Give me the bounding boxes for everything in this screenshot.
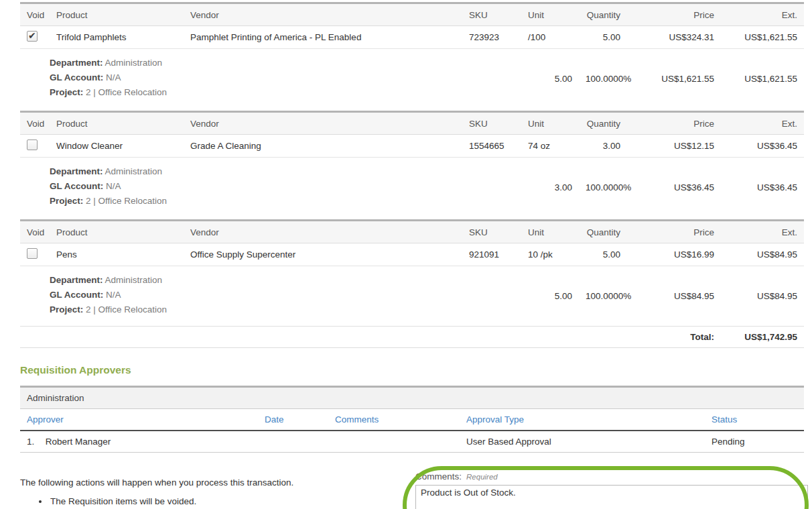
void-requisition-page: Void Product Vendor SKU Unit Quantity Pr…	[0, 0, 812, 509]
total-label: Total:	[627, 327, 721, 348]
project-value: 2 | Office Relocation	[86, 87, 167, 97]
department-value: Administration	[105, 166, 163, 176]
unit-value: /100	[521, 26, 579, 49]
alloc-amount: US$84.95	[627, 266, 721, 327]
approval-type: User Based Approval	[460, 431, 705, 453]
col-header-unit: Unit	[521, 112, 579, 135]
actions-note: The following actions will happen when y…	[20, 477, 293, 506]
project-label: Project:	[50, 304, 83, 315]
col-header-unit: Unit	[521, 3, 579, 26]
void-checkbox[interactable]	[27, 139, 38, 150]
ext-value: US$36.45	[721, 135, 804, 158]
item-detail-row: Department: Administration GL Account: N…	[20, 158, 804, 218]
total-row: Total: US$1,742.95	[20, 327, 804, 348]
department-label: Department:	[50, 166, 103, 176]
col-header-product: Product	[50, 221, 184, 243]
col-header-price: Price	[627, 3, 721, 26]
approver-row: 1. Robert Manager User Based Approval Pe…	[20, 431, 804, 453]
col-header-date[interactable]: Date	[258, 409, 328, 431]
col-header-vendor: Vendor	[184, 3, 462, 26]
department-value: Administration	[105, 275, 163, 285]
ext-value: US$1,621.55	[721, 26, 804, 49]
department-label: Department:	[50, 58, 103, 68]
col-header-ext: Ext.	[721, 112, 804, 135]
col-header-void: Void	[20, 221, 50, 243]
vendor-name: Grade A Cleaning	[184, 135, 462, 158]
col-header-void: Void	[20, 112, 50, 135]
col-header-sku: SKU	[462, 221, 521, 243]
comments-label: Comments:	[415, 471, 462, 482]
actions-note-bullet: The Requisition items will be voided.	[49, 496, 293, 506]
alloc-ext: US$84.95	[721, 266, 804, 327]
void-checkbox[interactable]	[27, 248, 38, 259]
alloc-amount: US$36.45	[627, 158, 721, 218]
approver-index: 1.	[27, 437, 43, 447]
col-header-quantity: Quantity	[579, 221, 627, 243]
project-label: Project:	[50, 87, 83, 97]
price-value: US$324.31	[627, 26, 721, 49]
department-label: Department:	[50, 275, 103, 285]
col-header-approval-type[interactable]: Approval Type	[460, 409, 705, 431]
line-item-table-1: Void Product Vendor SKU Unit Quantity Pr…	[20, 2, 804, 109]
line-item-table-2: Void Product Vendor SKU Unit Quantity Pr…	[20, 111, 804, 217]
requisition-approvers-heading: Requisition Approvers	[20, 364, 804, 376]
required-hint: Required	[466, 473, 498, 481]
actions-note-intro: The following actions will happen when y…	[20, 477, 293, 488]
item-detail-row: Department: Administration GL Account: N…	[20, 49, 804, 109]
quantity-value: 3.00	[579, 135, 627, 158]
project-value: 2 | Office Relocation	[86, 196, 167, 206]
col-header-ext: Ext.	[721, 221, 804, 243]
col-header-sku: SKU	[462, 112, 521, 135]
sku-value: 1554665	[462, 135, 521, 158]
col-header-vendor: Vendor	[184, 112, 462, 135]
project-label: Project:	[50, 196, 83, 206]
col-header-product: Product	[50, 112, 184, 135]
item-header-row: Void Product Vendor SKU Unit Quantity Pr…	[20, 112, 804, 135]
col-header-comments[interactable]: Comments	[328, 409, 460, 431]
sku-value: 723923	[462, 26, 521, 49]
project-value: 2 | Office Relocation	[86, 304, 167, 315]
vendor-name: Pamphlet Printing of America - PL Enable…	[184, 26, 462, 49]
line-item-table-3: Void Product Vendor SKU Unit Quantity Pr…	[20, 219, 804, 348]
unit-value: 74 oz	[521, 135, 579, 158]
sku-value: 921091	[462, 243, 521, 266]
price-value: US$16.99	[627, 243, 721, 266]
approver-group-label: Administration	[20, 387, 804, 409]
col-header-ext: Ext.	[721, 3, 804, 26]
col-header-price: Price	[627, 221, 721, 243]
alloc-ext: US$1,621.55	[721, 49, 804, 109]
void-checkbox[interactable]	[27, 31, 38, 42]
col-header-unit: Unit	[521, 221, 579, 243]
col-header-vendor: Vendor	[184, 221, 462, 243]
table-row: Window Cleaner Grade A Cleaning 1554665 …	[20, 135, 804, 158]
col-header-void: Void	[20, 3, 50, 26]
item-header-row: Void Product Vendor SKU Unit Quantity Pr…	[20, 221, 804, 243]
bottom-area: The following actions will happen when y…	[20, 453, 804, 509]
department-value: Administration	[105, 58, 163, 68]
item-header-row: Void Product Vendor SKU Unit Quantity Pr…	[20, 3, 804, 26]
alloc-ext: US$36.45	[721, 158, 804, 218]
total-value: US$1,742.95	[721, 327, 804, 348]
actions-note-list: The Requisition items will be voided.	[49, 496, 293, 506]
item-detail-row: Department: Administration GL Account: N…	[20, 266, 804, 327]
alloc-quantity: 5.00	[521, 49, 579, 109]
vendor-name: Office Supply Supercenter	[184, 243, 462, 266]
product-name: Pens	[50, 243, 184, 266]
approver-group-row: Administration	[20, 387, 804, 409]
gl-account-value: N/A	[106, 290, 121, 300]
alloc-percent: 100.0000%	[579, 158, 627, 218]
alloc-amount: US$1,621.55	[627, 49, 721, 109]
table-row: Trifold Pamphlets Pamphlet Printing of A…	[20, 26, 804, 49]
quantity-value: 5.00	[579, 26, 627, 49]
alloc-quantity: 5.00	[521, 266, 579, 327]
approver-name: Robert Manager	[46, 437, 111, 447]
col-header-status[interactable]: Status	[705, 409, 804, 431]
comments-block: Comments:Required Product is Out of Stoc…	[415, 471, 808, 509]
approver-header-row: Approver Date Comments Approval Type Sta…	[20, 409, 804, 431]
gl-account-label: GL Account:	[50, 290, 103, 300]
alloc-percent: 100.0000%	[579, 266, 627, 327]
col-header-approver[interactable]: Approver	[20, 409, 258, 431]
col-header-price: Price	[627, 112, 721, 135]
approver-comments	[328, 431, 460, 453]
comments-textarea[interactable]: Product is Out of Stock.	[415, 485, 808, 509]
